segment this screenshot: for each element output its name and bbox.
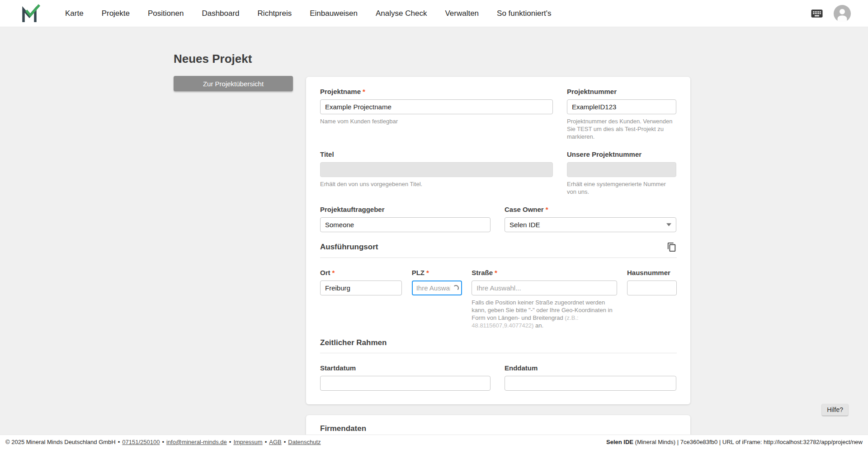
- strasse-input[interactable]: [472, 281, 617, 295]
- project-overview-button[interactable]: Zur Projektübersicht: [174, 76, 293, 91]
- app-root: Karte Projekte Positionen Dashboard Rich…: [0, 0, 868, 449]
- nav-item-richtpreis[interactable]: Richtpreis: [258, 9, 292, 18]
- projektname-input[interactable]: [320, 99, 553, 114]
- projektnummer-label: Projektnummer: [567, 88, 676, 95]
- nav-item-analyse-check[interactable]: Analyse Check: [376, 9, 427, 18]
- ort-label: Ort*: [320, 269, 402, 276]
- project-form-card: Projektname* Name vom Kunden festlegbar …: [306, 77, 690, 404]
- copyright-text: © 2025 Mineral Minds Deutschland GmbH: [5, 439, 116, 445]
- zeitlicher-rahmen-heading: Zeitlicher Rahmen: [320, 338, 387, 347]
- loading-spinner-icon: [453, 285, 459, 291]
- footer-link-agb[interactable]: AGB: [269, 439, 281, 445]
- case-owner-label: Case Owner*: [505, 206, 676, 213]
- footer-link-datenschutz[interactable]: Datenschutz: [288, 439, 321, 445]
- footer-left: © 2025 Mineral Minds Deutschland GmbH • …: [5, 439, 321, 445]
- strasse-helper: Falls die Position keiner Straße zugeord…: [472, 299, 617, 329]
- projektname-helper: Name vom Kunden festlegbar: [320, 117, 553, 125]
- session-details: (Mineral Minds) | 7ce360e83fb0 | URL of …: [633, 439, 863, 445]
- hausnummer-label: Hausnummer: [627, 269, 677, 276]
- main-nav: Karte Projekte Positionen Dashboard Rich…: [65, 9, 552, 18]
- iframe-info: Selen IDE (Mineral Minds) | 7ce360e83fb0…: [606, 439, 863, 445]
- ausfuehrungsort-heading: Ausführungsort: [320, 243, 378, 252]
- field-unsere-projektnummer: Unsere Projektnummer Erhält eine systemg…: [567, 150, 676, 196]
- nav-item-dashboard[interactable]: Dashboard: [202, 9, 239, 18]
- navbar-actions: [810, 5, 851, 22]
- mineral-minds-logo-icon[interactable]: [21, 4, 41, 23]
- titel-label: Titel: [320, 150, 553, 158]
- field-case-owner: Case Owner* Selen IDE: [505, 206, 676, 232]
- footer-separator: •: [229, 439, 231, 445]
- field-titel: Titel Erhält den von uns vorgegebenen Ti…: [320, 150, 553, 196]
- field-projektnummer: Projektnummer Projektnummer des Kunden. …: [567, 88, 676, 140]
- unsere-projektnummer-helper: Erhält eine systemgenerierte Nummer von …: [567, 180, 676, 196]
- session-user: Selen IDE: [606, 439, 633, 445]
- required-marker: *: [546, 206, 548, 213]
- unsere-projektnummer-label: Unsere Projektnummer: [567, 150, 676, 158]
- projektname-label: Projektname*: [320, 88, 553, 95]
- ort-input[interactable]: [320, 281, 402, 295]
- field-hausnummer: Hausnummer: [627, 269, 677, 329]
- hausnummer-input[interactable]: [627, 281, 677, 295]
- footer-link-impressum[interactable]: Impressum: [233, 439, 262, 445]
- top-navbar: Karte Projekte Positionen Dashboard Rich…: [0, 0, 868, 27]
- projektauftraggeber-label: Projektauftraggeber: [320, 206, 491, 213]
- required-marker: *: [426, 269, 429, 276]
- strasse-label: Straße*: [472, 269, 617, 276]
- footer-link-phone[interactable]: 07151/250100: [122, 439, 160, 445]
- enddatum-input[interactable]: [505, 376, 676, 391]
- footer-separator: •: [265, 439, 267, 445]
- field-ort: Ort*: [320, 269, 402, 329]
- nav-item-positionen[interactable]: Positionen: [148, 9, 184, 18]
- field-projektname: Projektname* Name vom Kunden festlegbar: [320, 88, 553, 140]
- help-button[interactable]: Hilfe?: [822, 404, 848, 416]
- field-enddatum: Enddatum: [505, 364, 676, 391]
- case-owner-value: Selen IDE: [509, 221, 540, 229]
- footer-separator: •: [118, 439, 120, 445]
- case-owner-select[interactable]: Selen IDE: [505, 217, 676, 232]
- copy-icon[interactable]: [667, 242, 677, 252]
- nav-item-verwalten[interactable]: Verwalten: [445, 9, 479, 18]
- field-plz: PLZ*: [412, 269, 462, 329]
- form-cards-column: Projektname* Name vom Kunden festlegbar …: [306, 77, 690, 449]
- footer-separator: •: [162, 439, 164, 445]
- required-marker: *: [332, 269, 335, 276]
- startdatum-input[interactable]: [320, 376, 491, 391]
- unsere-projektnummer-input: [567, 162, 676, 177]
- required-marker: *: [363, 88, 365, 95]
- field-strasse: Straße* Falls die Position keiner Straße…: [472, 269, 617, 329]
- user-avatar[interactable]: [834, 5, 851, 22]
- footer: © 2025 Mineral Minds Deutschland GmbH • …: [0, 435, 868, 449]
- footer-link-email[interactable]: info@mineral-minds.de: [166, 439, 227, 445]
- projektnummer-input[interactable]: [567, 99, 676, 114]
- projektnummer-helper: Projektnummer des Kunden. Verwenden Sie …: [567, 117, 676, 140]
- plz-label: PLZ*: [412, 269, 462, 276]
- enddatum-label: Enddatum: [505, 364, 676, 372]
- field-startdatum: Startdatum: [320, 364, 491, 391]
- nav-item-karte[interactable]: Karte: [65, 9, 84, 18]
- content-area: Neues Projekt Zur Projektübersicht Proje…: [0, 27, 868, 449]
- nav-item-projekte[interactable]: Projekte: [102, 9, 130, 18]
- titel-helper: Erhält den von uns vorgegebenen Titel.: [320, 180, 553, 188]
- keyboard-icon[interactable]: [810, 7, 824, 20]
- startdatum-label: Startdatum: [320, 364, 491, 372]
- field-projektauftraggeber: Projektauftraggeber: [320, 206, 491, 232]
- section-zeitlicher-rahmen: Zeitlicher Rahmen: [320, 338, 677, 353]
- nav-item-so-funktionierts[interactable]: So funktioniert's: [497, 9, 551, 18]
- footer-separator: •: [284, 439, 286, 445]
- page-title: Neues Projekt: [174, 52, 252, 66]
- projektauftraggeber-input[interactable]: [320, 217, 491, 232]
- section-ausfuehrungsort: Ausführungsort: [320, 242, 677, 258]
- firmendaten-heading: Firmendaten: [320, 424, 366, 433]
- nav-item-einbauweisen[interactable]: Einbauweisen: [310, 9, 358, 18]
- required-marker: *: [495, 269, 497, 276]
- titel-input: [320, 162, 553, 177]
- chevron-down-icon: [666, 223, 671, 226]
